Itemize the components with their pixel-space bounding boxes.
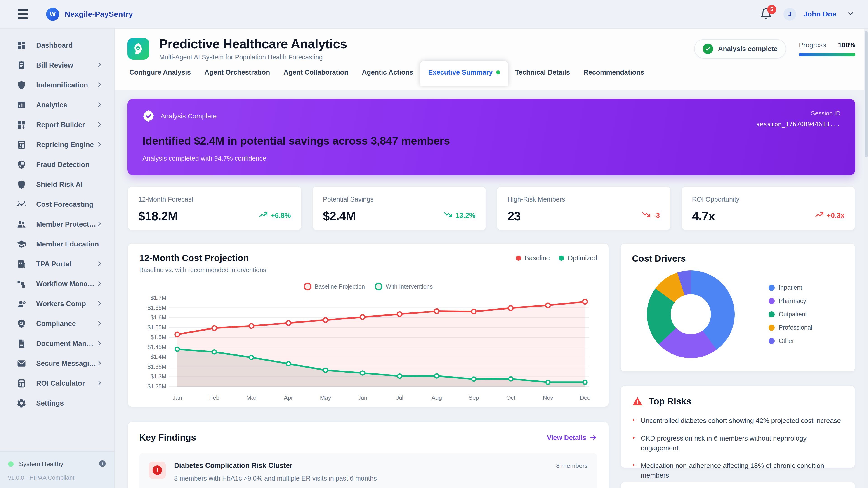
sidebar-item-analytics[interactable]: Analytics — [0, 95, 114, 115]
sidebar-item-cost-forecasting[interactable]: Cost Forecasting — [0, 195, 114, 215]
sidebar-nav: DashboardBill ReviewIndemnificationAnaly… — [0, 29, 114, 451]
svg-text:May: May — [320, 394, 331, 401]
legend-item-optimized: Optimized — [559, 254, 597, 262]
chevron-right-icon — [96, 62, 103, 69]
sidebar-item-settings[interactable]: Settings — [0, 393, 114, 413]
sidebar-item-shield-risk-ai[interactable]: Shield Risk AI — [0, 175, 114, 195]
sidebar-item-compliance[interactable]: Compliance — [0, 314, 114, 334]
chevron-right-icon — [96, 380, 103, 387]
stat-trend-value: -3 — [654, 212, 660, 220]
tab-bar: Configure AnalysisAgent OrchestrationAge… — [115, 61, 868, 84]
hamburger-menu-icon[interactable] — [18, 7, 33, 22]
chart-legend: BaselineOptimized — [516, 254, 597, 262]
info-icon[interactable] — [98, 460, 106, 468]
tab-executive-summary[interactable]: Executive Summary — [420, 61, 508, 86]
badge-check-icon — [143, 110, 155, 122]
sidebar-item-secure-messaging[interactable]: Secure Messaging — [0, 354, 114, 373]
tab-recommendations[interactable]: Recommendations — [577, 61, 651, 84]
tab-label: Agentic Actions — [362, 68, 413, 76]
sidebar-item-member-education[interactable]: Member Education — [0, 234, 114, 254]
avatar[interactable]: J — [783, 8, 796, 21]
view-details-link[interactable]: View Details — [547, 434, 597, 442]
app-version: v1.0.0 - HIPAA Compliant — [8, 474, 106, 481]
user-name[interactable]: John Doe — [803, 10, 836, 18]
svg-text:$1.5M: $1.5M — [151, 334, 166, 340]
grid-plus-icon — [16, 120, 27, 130]
tab-configure-analysis[interactable]: Configure Analysis — [123, 61, 197, 84]
progress-indicator: Progress 100% — [799, 41, 855, 57]
legend-item-baseline: Baseline — [516, 254, 550, 262]
brand[interactable]: W Nexgile-PaySentry — [46, 8, 133, 21]
stat-value: 4.7x — [692, 209, 715, 223]
bullet-icon: ‣ — [632, 433, 636, 443]
bullet-icon: ‣ — [632, 416, 636, 425]
brand-logo: W — [46, 8, 59, 21]
shield-half-icon — [16, 160, 27, 170]
session-id-label: Session ID — [756, 110, 840, 117]
sidebar-item-indemnification[interactable]: Indemnification — [0, 75, 114, 95]
cost-drivers-card: Cost Drivers InpatientPharmacyOutpatient… — [620, 243, 855, 372]
page-subtitle: Multi-Agent AI System for Population Hea… — [159, 54, 347, 61]
chevron-right-icon — [96, 141, 103, 149]
chevron-down-icon[interactable] — [847, 10, 855, 19]
donut-legend-inpatient: Inpatient — [769, 284, 812, 291]
sidebar-footer: System Healthy v1.0.0 - HIPAA Compliant — [0, 451, 114, 488]
stat-card-potential-savings: Potential Savings$2.4M13.2% — [312, 186, 487, 230]
trend-down-icon — [443, 210, 453, 221]
stat-trend-value: +6.8% — [271, 212, 291, 220]
sidebar-item-dashboard[interactable]: Dashboard — [0, 35, 114, 55]
sidebar-item-fraud-detection[interactable]: Fraud Detection — [0, 155, 114, 175]
sidebar-item-repricing-engine[interactable]: Repricing Engine — [0, 135, 114, 155]
risk-item: ‣CKD progression risk in 6 members witho… — [632, 433, 844, 453]
chart-title: 12-Month Cost Projection — [139, 253, 266, 263]
tab-label: Technical Details — [515, 68, 570, 76]
chart-subtitle: Baseline vs. with recommended interventi… — [139, 266, 266, 273]
brand-name: Nexgile-PaySentry — [65, 10, 133, 19]
sidebar-item-label: Fraud Detection — [36, 161, 103, 169]
trend-up-icon — [258, 210, 268, 221]
svg-text:Jul: Jul — [396, 394, 403, 401]
tab-agent-collaboration[interactable]: Agent Collaboration — [277, 61, 355, 84]
stat-card-12-month-forecast: 12-Month Forecast$18.2M+6.8% — [127, 186, 302, 230]
stat-cards-row: 12-Month Forecast$18.2M+6.8%Potential Sa… — [127, 186, 855, 230]
svg-text:Sep: Sep — [469, 394, 479, 401]
chevron-right-icon — [96, 281, 103, 288]
shield-search-icon — [16, 319, 27, 329]
tab-agentic-actions[interactable]: Agentic Actions — [355, 61, 420, 84]
sidebar-item-label: Member Protection — [36, 220, 96, 228]
donut-legend-outpatient: Outpatient — [769, 311, 812, 318]
bar-chart-icon — [16, 100, 27, 110]
sidebar-item-workers-comp[interactable]: Workers Comp — [0, 294, 114, 314]
page-scrollbar[interactable] — [864, 29, 868, 488]
svg-text:Jun: Jun — [358, 394, 367, 401]
sidebar-item-bill-review[interactable]: Bill Review — [0, 55, 114, 75]
top-opportunities-card: Top Opportunities — [620, 482, 855, 488]
sidebar-item-report-builder[interactable]: Report Builder — [0, 115, 114, 135]
tab-agent-orchestration[interactable]: Agent Orchestration — [197, 61, 277, 84]
sidebar-item-tpa-portal[interactable]: TPA Portal — [0, 254, 114, 274]
alert-icon: ! — [149, 462, 166, 479]
sidebar-item-label: Report Builder — [36, 121, 96, 129]
sidebar-item-document-manage[interactable]: Document Manage... — [0, 334, 114, 354]
banner-status-label: Analysis Complete — [160, 112, 217, 120]
cost-projection-card: 12-Month Cost Projection Baseline vs. wi… — [127, 243, 609, 407]
svg-text:Mar: Mar — [246, 394, 256, 401]
stat-value: $18.2M — [138, 209, 178, 223]
scrollbar-thumb[interactable] — [865, 31, 868, 158]
tab-technical-details[interactable]: Technical Details — [508, 61, 577, 84]
receipt-icon — [16, 60, 27, 70]
shield-icon — [16, 180, 27, 190]
sidebar-item-label: Indemnification — [36, 81, 96, 89]
sidebar-item-workflow-managem[interactable]: Workflow Managem... — [0, 274, 114, 294]
notifications-button[interactable]: 5 — [760, 8, 773, 21]
svg-text:$1.35M: $1.35M — [148, 363, 166, 370]
sidebar-item-roi-calculator[interactable]: ROI Calculator — [0, 373, 114, 393]
chevron-right-icon — [96, 300, 103, 307]
worker-icon — [16, 299, 27, 309]
app-icon — [127, 38, 149, 60]
finding-row[interactable]: !Diabetes Complication Risk Cluster8 mem… — [139, 453, 597, 488]
sidebar-item-member-protection[interactable]: Member Protection — [0, 215, 114, 234]
dashboard-icon — [16, 40, 27, 51]
tab-label: Executive Summary — [428, 68, 493, 76]
stat-trend-value: +0.3x — [827, 212, 844, 220]
